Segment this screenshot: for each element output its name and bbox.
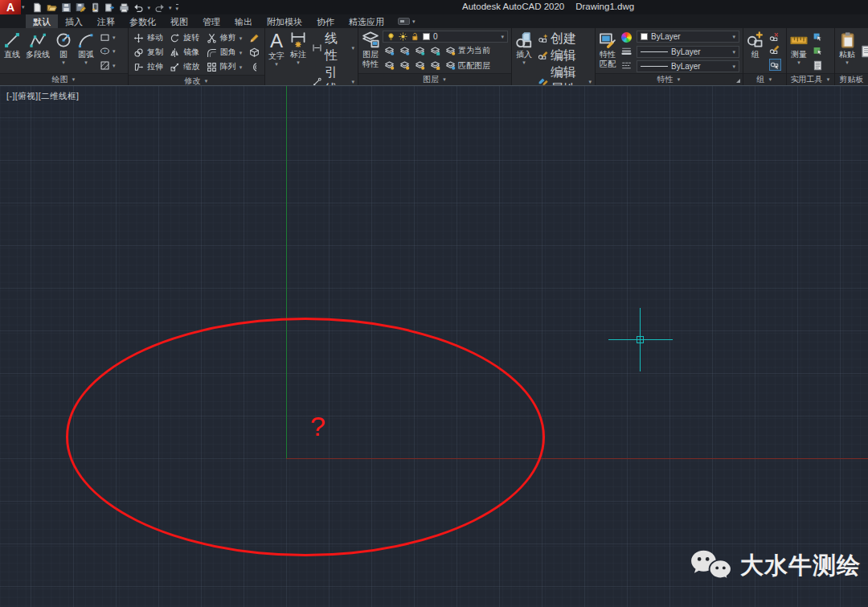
move-icon: [133, 33, 144, 43]
insert-block-button[interactable]: 插入: [514, 30, 534, 85]
viewport-controls[interactable]: [-][俯视][二维线框]: [6, 91, 80, 102]
match-properties-button[interactable]: 特性 匹配: [597, 30, 618, 73]
group-edit-button[interactable]: [769, 45, 781, 55]
move-button[interactable]: 移动: [132, 31, 165, 45]
layer-freeze-icon[interactable]: [415, 46, 425, 56]
lineweight-icon[interactable]: [621, 46, 632, 56]
array-button[interactable]: 阵列: [205, 59, 244, 74]
ribbon-display-toggle[interactable]: [398, 14, 416, 28]
rotate-button[interactable]: 旋转: [168, 31, 201, 45]
panel-label-utilities[interactable]: 实用工具: [787, 73, 834, 85]
tab-collaborate[interactable]: 协作: [309, 14, 342, 28]
copy-clip-partial-icon[interactable]: [861, 45, 868, 58]
application-menu-caret-icon[interactable]: ▾: [22, 4, 25, 10]
tab-addins[interactable]: 附加模块: [260, 14, 309, 28]
tab-annotate[interactable]: 注释: [90, 14, 122, 28]
fillet-button[interactable]: 圆角: [205, 45, 244, 59]
arc-flyout-caret-icon[interactable]: [84, 59, 88, 65]
circle-flyout-caret-icon[interactable]: [62, 59, 65, 65]
panel-label-group[interactable]: 组: [743, 73, 786, 85]
ungroup-icon: [769, 32, 780, 43]
set-current-layer-button[interactable]: 置为当前: [445, 45, 490, 56]
redo-caret-icon[interactable]: [169, 5, 172, 10]
line-button[interactable]: 直线: [2, 30, 23, 73]
paste-clipboard-icon: [838, 31, 856, 49]
plot-printer-icon[interactable]: [119, 2, 129, 13]
tab-view[interactable]: 视图: [163, 14, 195, 28]
polyline-button[interactable]: 多段线: [24, 30, 51, 73]
match-layer-button[interactable]: 匹配图层: [445, 60, 490, 72]
layer-dropdown[interactable]: 0: [383, 31, 508, 43]
measure-button[interactable]: 测量: [788, 30, 809, 73]
layer-lock-icon[interactable]: [430, 46, 440, 56]
tab-insert[interactable]: 插入: [58, 14, 90, 28]
layer-properties-button[interactable]: 图层 特性: [360, 30, 381, 73]
drawn-ellipse[interactable]: [66, 318, 545, 556]
panel-label-properties[interactable]: 特性: [596, 73, 743, 85]
lineweight-dropdown[interactable]: ByLayer: [637, 46, 739, 58]
rectangle-button[interactable]: [100, 32, 116, 43]
copy-button[interactable]: 复制: [132, 45, 165, 59]
ellipse-tool-button[interactable]: [100, 46, 116, 56]
panel-label-modify[interactable]: 修改: [129, 75, 264, 85]
quick-calc-button[interactable]: [813, 46, 823, 56]
tab-parametric[interactable]: 参数化: [122, 14, 163, 28]
ribbon-display-icon: [398, 18, 410, 25]
undo-caret-icon[interactable]: [148, 5, 151, 10]
list-button[interactable]: [813, 60, 823, 71]
tab-output[interactable]: 输出: [227, 14, 260, 28]
object-color-dropdown[interactable]: ByLayer: [637, 31, 739, 43]
mirror-button[interactable]: 镜像: [168, 45, 201, 59]
rectangle-icon: [100, 32, 110, 43]
linetype-icon[interactable]: [621, 60, 632, 71]
ungroup-button[interactable]: [769, 32, 781, 43]
panel-label-clipboard[interactable]: 剪贴板: [835, 73, 868, 85]
arc-button[interactable]: 圆弧: [76, 30, 96, 73]
text-button[interactable]: A 文字: [267, 30, 286, 85]
hatch-button[interactable]: [100, 60, 116, 71]
layer-unisolate-icon[interactable]: [399, 60, 410, 71]
layer-thaw-icon[interactable]: [415, 60, 425, 71]
color-wheel-icon[interactable]: [621, 32, 632, 43]
insert-block-icon: [515, 31, 533, 49]
linetype-dropdown[interactable]: ByLayer: [637, 60, 739, 72]
layer-on-icon[interactable]: [384, 60, 395, 71]
open-folder-icon[interactable]: [47, 2, 57, 13]
tab-manage[interactable]: 管理: [195, 14, 227, 28]
edit-attributes-button[interactable]: 编辑属性: [538, 64, 592, 85]
linear-dimension-button[interactable]: 线性: [312, 31, 354, 64]
drawing-canvas[interactable]: [-][俯视][二维线框] ? 大水牛测绘: [0, 86, 868, 607]
layer-unlock-row-icon[interactable]: [430, 60, 440, 71]
quick-select-button[interactable]: [813, 32, 823, 43]
stretch-button[interactable]: 拉伸: [132, 59, 165, 74]
customize-qat-icon[interactable]: [176, 4, 179, 11]
panel-label-layers[interactable]: 图层: [358, 73, 511, 85]
group-button[interactable]: 组: [745, 30, 766, 73]
properties-dialog-launcher-icon[interactable]: [734, 76, 740, 83]
erase-button[interactable]: [248, 31, 261, 45]
save-as-icon[interactable]: [76, 2, 86, 13]
transfer-icon[interactable]: [104, 2, 115, 13]
layer-off-icon[interactable]: [384, 46, 395, 56]
join-button[interactable]: [248, 59, 261, 74]
new-file-icon[interactable]: [32, 2, 43, 13]
save-icon[interactable]: [61, 2, 72, 13]
tab-home[interactable]: 默认: [26, 14, 58, 28]
layer-isolate-icon[interactable]: [399, 46, 410, 56]
dimension-button[interactable]: 标注: [288, 30, 309, 85]
group-selection-toggle[interactable]: [769, 59, 781, 71]
trim-button[interactable]: 修剪: [205, 31, 244, 45]
leader-button[interactable]: 引线: [312, 64, 354, 85]
paste-button[interactable]: 粘贴: [837, 30, 858, 73]
redo-icon[interactable]: [154, 2, 165, 13]
panel-label-draw[interactable]: 绘图: [0, 73, 128, 85]
tab-featured-apps[interactable]: 精选应用: [342, 14, 391, 28]
scale-button[interactable]: 缩放: [168, 59, 201, 74]
application-menu-button[interactable]: A: [0, 0, 21, 14]
edit-block-button[interactable]: 编辑: [538, 47, 592, 64]
create-block-button[interactable]: 创建: [538, 31, 592, 47]
undo-icon[interactable]: [133, 2, 144, 13]
circle-button[interactable]: 圆: [53, 30, 74, 73]
explode-button[interactable]: [248, 45, 261, 59]
open-from-mobile-icon[interactable]: [90, 2, 100, 13]
